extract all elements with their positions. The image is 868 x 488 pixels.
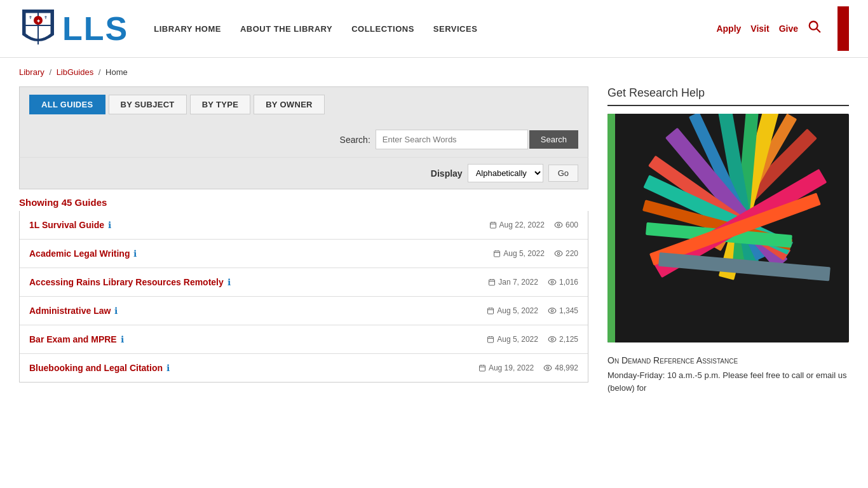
breadcrumb-library[interactable]: Library xyxy=(19,67,44,77)
svg-point-24 xyxy=(548,280,556,285)
svg-point-18 xyxy=(555,251,562,256)
main-content: ALL GUIDES BY SUBJECT BY TYPE BY OWNER S… xyxy=(0,80,868,407)
guide-left-3: Administrative Law ℹ xyxy=(29,306,118,316)
svg-point-43 xyxy=(547,367,550,369)
tab-all-guides[interactable]: ALL GUIDES xyxy=(29,95,105,114)
guide-left-4: Bar Exam and MPRE ℹ xyxy=(29,334,124,344)
guide-date-1: Aug 5, 2022 xyxy=(493,249,545,258)
search-icon-button[interactable] xyxy=(808,20,822,37)
views-text-3: 1,345 xyxy=(559,306,578,315)
table-row: Academic Legal Writing ℹ Aug 5, 2022 220 xyxy=(20,240,588,268)
date-text-5: Aug 19, 2022 xyxy=(489,363,534,372)
right-panel: Get Research Help xyxy=(607,86,849,394)
eye-icon xyxy=(548,279,557,285)
breadcrumb-area: Library / LibGuides / Home xyxy=(0,58,868,80)
svg-rect-8 xyxy=(490,222,496,228)
books-image xyxy=(607,114,849,342)
guide-date-5: Aug 19, 2022 xyxy=(478,363,534,372)
reference-section: On Demand Reference Assistance Monday-Fr… xyxy=(607,352,849,394)
header-right: Apply Visit Give xyxy=(716,6,849,51)
nav-library-home[interactable]: LIBRARY HOME xyxy=(154,24,221,34)
guide-meta-5: Aug 19, 2022 48,992 xyxy=(478,363,578,372)
guide-title-0[interactable]: 1L Survival Guide xyxy=(29,220,104,230)
date-text-4: Aug 5, 2022 xyxy=(497,335,538,344)
tab-by-owner[interactable]: BY OWNER xyxy=(254,95,325,114)
logo-text: LLS xyxy=(62,12,128,45)
date-text-0: Aug 22, 2022 xyxy=(499,220,545,229)
guide-views-2: 1,016 xyxy=(548,278,578,287)
svg-point-37 xyxy=(551,338,553,341)
breadcrumb-libguides[interactable]: LibGuides xyxy=(57,67,94,77)
give-link[interactable]: Give xyxy=(779,24,798,34)
table-row: Administrative Law ℹ Aug 5, 2022 1,345 xyxy=(20,297,588,325)
date-text-1: Aug 5, 2022 xyxy=(503,249,545,258)
svg-rect-38 xyxy=(479,365,485,371)
breadcrumb-sep-1: / xyxy=(49,67,51,77)
info-icon-1[interactable]: ℹ xyxy=(133,248,137,259)
nav-about-library[interactable]: ABOUT THE LIBRARY xyxy=(240,24,332,34)
eye-icon xyxy=(554,250,563,257)
views-text-5: 48,992 xyxy=(555,363,578,372)
guide-date-0: Aug 22, 2022 xyxy=(489,220,545,229)
guide-title-2[interactable]: Accessing Rains Library Resources Remote… xyxy=(29,277,224,287)
reference-title: On Demand Reference Assistance xyxy=(607,355,849,365)
guide-meta-0: Aug 22, 2022 600 xyxy=(489,220,578,229)
search-button[interactable]: Search xyxy=(529,130,578,149)
svg-text:✝: ✝ xyxy=(44,15,48,20)
guide-meta-4: Aug 5, 2022 2,125 xyxy=(487,335,578,344)
eye-icon xyxy=(548,308,557,314)
visit-link[interactable]: Visit xyxy=(750,24,769,34)
tab-by-type[interactable]: BY TYPE xyxy=(190,95,251,114)
calendar-icon xyxy=(487,336,494,343)
calendar-icon xyxy=(478,364,486,372)
guides-count: Showing 45 Guides xyxy=(19,189,588,211)
search-bar-container: Search: Search xyxy=(19,122,588,157)
tab-by-subject[interactable]: BY SUBJECT xyxy=(109,95,187,114)
guide-meta-1: Aug 5, 2022 220 xyxy=(493,249,578,258)
guide-title-5[interactable]: Bluebooking and Legal Citation xyxy=(29,363,163,373)
reference-title-text: On Demand Reference Assistance xyxy=(607,355,738,365)
svg-point-12 xyxy=(555,222,562,227)
info-icon-0[interactable]: ℹ xyxy=(108,220,111,230)
apply-link[interactable]: Apply xyxy=(716,24,741,34)
guide-left-1: Academic Legal Writing ℹ xyxy=(29,248,137,259)
views-text-4: 2,125 xyxy=(559,335,578,344)
svg-point-31 xyxy=(551,309,553,312)
guide-date-3: Aug 5, 2022 xyxy=(487,306,538,315)
svg-rect-59 xyxy=(607,114,615,342)
svg-text:✦: ✦ xyxy=(36,18,41,24)
guide-date-2: Jan 7, 2022 xyxy=(488,278,538,287)
svg-line-7 xyxy=(817,29,820,32)
guide-list: 1L Survival Guide ℹ Aug 22, 2022 600 xyxy=(19,211,588,383)
nav-services[interactable]: SERVICES xyxy=(433,24,478,34)
display-label: Display xyxy=(431,168,463,179)
info-icon-2[interactable]: ℹ xyxy=(227,277,231,287)
research-help-title: Get Research Help xyxy=(607,86,849,106)
logo-link[interactable]: ✦ ✝ ✝ LLS xyxy=(19,6,128,51)
info-icon-3[interactable]: ℹ xyxy=(114,306,118,316)
guide-title-4[interactable]: Bar Exam and MPRE xyxy=(29,334,117,344)
go-button[interactable]: Go xyxy=(548,165,578,182)
search-input[interactable] xyxy=(376,130,528,149)
books-svg xyxy=(607,114,849,342)
red-bar-decoration xyxy=(837,6,849,51)
views-text-2: 1,016 xyxy=(559,278,578,287)
display-select[interactable]: Alphabetically By Date By Views xyxy=(468,164,543,182)
svg-point-25 xyxy=(551,281,553,283)
nav-collections[interactable]: COLLECTIONS xyxy=(351,24,414,34)
site-header: ✦ ✝ ✝ LLS LIBRARY HOME ABOUT THE LIBRARY… xyxy=(0,0,868,58)
guide-views-4: 2,125 xyxy=(548,335,578,344)
search-label: Search: xyxy=(340,135,370,145)
breadcrumb-sep-2: / xyxy=(98,67,101,77)
guide-title-3[interactable]: Administrative Law xyxy=(29,306,111,316)
table-row: Bluebooking and Legal Citation ℹ Aug 19,… xyxy=(20,354,588,382)
info-icon-5[interactable]: ℹ xyxy=(166,363,170,373)
guide-title-1[interactable]: Academic Legal Writing xyxy=(29,248,130,259)
svg-text:✝: ✝ xyxy=(29,15,32,20)
calendar-icon xyxy=(488,278,496,286)
svg-rect-32 xyxy=(488,337,494,342)
calendar-icon xyxy=(489,221,497,229)
svg-rect-20 xyxy=(489,280,495,285)
date-text-3: Aug 5, 2022 xyxy=(497,306,538,315)
info-icon-4[interactable]: ℹ xyxy=(121,334,124,344)
